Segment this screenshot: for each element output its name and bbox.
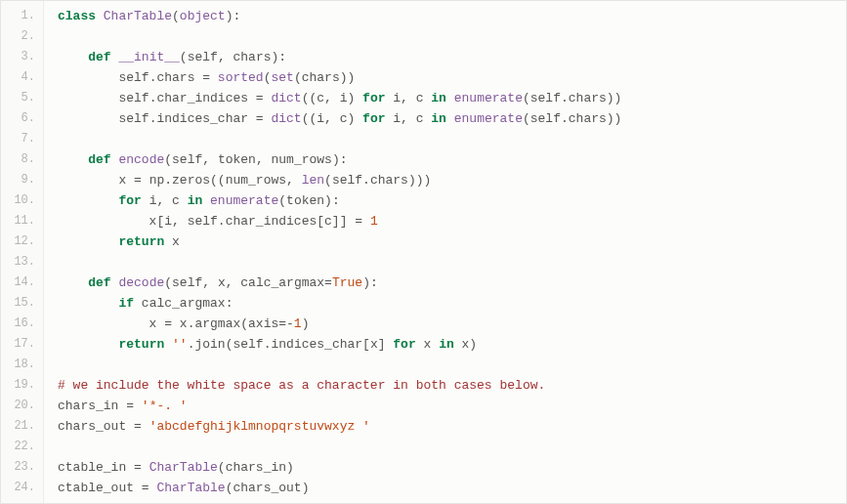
code-token: return (118, 337, 164, 352)
code-token: = (142, 481, 157, 495)
code-token: decode (118, 275, 164, 290)
code-line (58, 437, 846, 457)
code-token: = (164, 316, 180, 331)
code-token: in (188, 193, 203, 208)
code-token: in (431, 111, 446, 126)
code-token: = (134, 173, 149, 188)
code-token: i, c (386, 91, 432, 105)
line-number: 11. (1, 211, 43, 231)
code-token: self (530, 91, 561, 105)
code-token (58, 337, 118, 352)
code-line: ctable_out = CharTable(chars_out) (58, 478, 846, 498)
code-token: x.argmax(axis (180, 316, 278, 331)
code-token: enumerate (210, 193, 278, 208)
code-token: (chars)) (294, 70, 355, 85)
code-token: = (134, 460, 149, 475)
code-token (202, 193, 210, 208)
code-token: x (164, 234, 180, 249)
code-token: i, c (386, 111, 432, 126)
code-token: .indices_char[x] (264, 337, 394, 352)
code-line: self.indices_char = dict((i, c) for i, c… (58, 108, 846, 129)
code-token (58, 275, 88, 290)
code-token: for (118, 193, 141, 208)
code-token: calc_argmax: (134, 296, 233, 311)
code-token: def (88, 50, 118, 64)
code-token: ( (523, 91, 530, 105)
line-number-gutter: 1.2.3.4.5.6.7.8.9.10.11.12.13.14.15.16.1… (1, 1, 44, 503)
code-token: ( (523, 111, 530, 126)
code-token (58, 296, 118, 311)
line-number: 23. (1, 457, 43, 478)
line-number: 1. (1, 6, 43, 26)
code-token: CharTable (156, 481, 225, 495)
line-number: 4. (1, 67, 43, 88)
code-token: in (439, 337, 454, 352)
code-token: ( (164, 275, 172, 290)
line-number: 22. (1, 437, 43, 457)
code-token: for (362, 91, 385, 105)
code-line: x = np.zeros((num_rows, len(self.chars))… (58, 170, 846, 190)
code-token: enumerate (454, 111, 523, 126)
code-line: chars_in = '*-. ' (58, 396, 846, 416)
code-token: = (134, 419, 149, 434)
code-token: .indices_char (149, 111, 256, 126)
line-number: 16. (1, 314, 43, 334)
code-token: self (58, 91, 149, 105)
line-number: 20. (1, 396, 43, 416)
code-token: = (256, 91, 272, 105)
code-token: ( (172, 9, 180, 23)
code-token: def (88, 152, 118, 167)
code-token: x) (454, 337, 477, 352)
code-line: class CharTable(object): (58, 6, 846, 26)
line-number: 9. (1, 170, 43, 190)
code-line: for i, c in enumerate(token): (58, 190, 846, 211)
code-token: = (126, 399, 142, 413)
code-token: x (58, 316, 164, 331)
code-token: return (118, 234, 164, 249)
code-token (58, 234, 118, 249)
code-token: ctable_out (58, 481, 142, 495)
code-token: ((i, c) (302, 111, 362, 126)
code-line: # we include the white space as a charac… (58, 375, 846, 396)
code-token (58, 152, 88, 167)
line-number: 18. (1, 355, 43, 375)
code-token (446, 91, 454, 105)
line-number: 10. (1, 190, 43, 211)
code-token (58, 193, 118, 208)
code-token (58, 50, 88, 64)
code-token: # we include the white space as a charac… (58, 378, 545, 393)
code-token: len (302, 173, 324, 188)
code-token: .chars (149, 70, 203, 85)
code-token: ( (164, 152, 172, 167)
line-number: 19. (1, 375, 43, 396)
code-line (58, 355, 846, 375)
code-token: class (58, 9, 104, 23)
code-token: = (355, 214, 370, 229)
code-token: ( (324, 173, 332, 188)
code-token: =- (278, 316, 294, 331)
code-token: ((c, i) (302, 91, 362, 105)
code-token: 1 (370, 214, 378, 229)
line-number: 2. (1, 26, 43, 47)
code-token: .char_indices (149, 91, 256, 105)
code-token: self (172, 152, 202, 167)
code-editor: 1.2.3.4.5.6.7.8.9.10.11.12.13.14.15.16.1… (1, 1, 846, 503)
code-token: chars_out (58, 419, 134, 434)
line-number: 17. (1, 334, 43, 355)
code-line: def encode(self, token, num_rows): (58, 149, 846, 170)
code-line: def decode(self, x, calc_argmax=True): (58, 273, 846, 293)
code-token: True (332, 275, 362, 290)
line-number: 13. (1, 252, 43, 273)
code-token: sorted (218, 70, 264, 85)
line-number: 6. (1, 108, 43, 129)
code-token: = (256, 111, 272, 126)
code-token: i, c (142, 193, 188, 208)
line-number: 15. (1, 293, 43, 314)
code-line: ctable_in = CharTable(chars_in) (58, 457, 846, 478)
code-token: 1 (294, 316, 302, 331)
code-token: for (362, 111, 385, 126)
code-token: ) (302, 316, 310, 331)
code-token: ): (226, 9, 241, 23)
code-token (446, 111, 454, 126)
code-line: return ''.join(self.indices_char[x] for … (58, 334, 846, 355)
